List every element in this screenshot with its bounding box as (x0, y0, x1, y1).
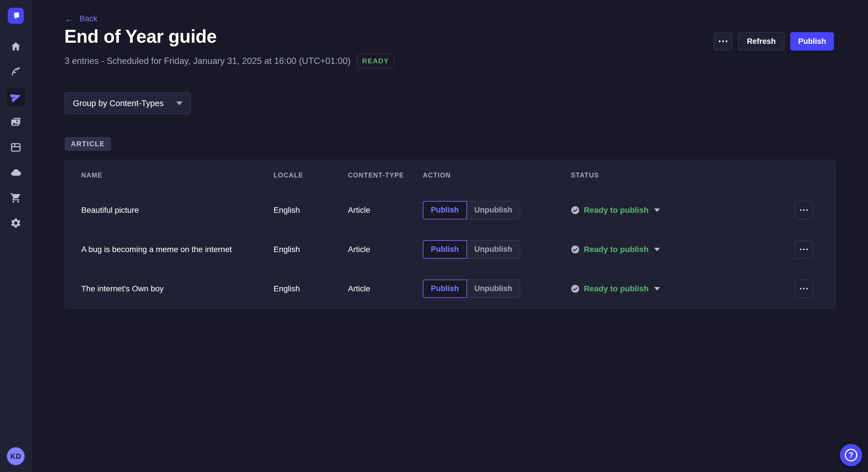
cart-icon (10, 192, 22, 204)
home-icon (10, 41, 22, 52)
paper-plane-icon (10, 91, 22, 103)
sidebar-divider (0, 440, 32, 440)
table-row: Beautiful picture English Article Publis… (65, 191, 836, 230)
sidebar-item-content-manager[interactable] (0, 59, 32, 84)
status-label: Ready to publish (584, 206, 649, 215)
ellipsis-icon (800, 288, 801, 289)
entry-content-type: Article (348, 206, 423, 215)
table-header-row: NAME LOCALE CONTENT-TYPE ACTION STATUS (65, 160, 836, 191)
sidebar: KD (0, 0, 32, 472)
back-link[interactable]: ← Back (65, 14, 97, 24)
feather-icon (10, 66, 22, 77)
cloud-icon (10, 167, 22, 178)
avatar[interactable]: KD (7, 447, 25, 465)
help-button[interactable]: ? (840, 444, 862, 466)
entry-status-dropdown[interactable]: Ready to publish (571, 245, 795, 254)
release-subtitle: 3 entries - Scheduled for Friday, Januar… (65, 56, 350, 66)
sidebar-nav (0, 34, 32, 236)
header-actions: Refresh Publish (714, 32, 834, 50)
main-content: ← Back End of Year guide 3 entries - Sch… (32, 0, 868, 472)
sidebar-item-releases[interactable] (0, 84, 32, 109)
status-label: Ready to publish (584, 245, 649, 254)
sidebar-item-home[interactable] (0, 34, 32, 59)
group-by-select[interactable]: Group by Content-Types (65, 92, 191, 114)
action-toggle: Publish Unpublish (423, 279, 520, 298)
page-title: End of Year guide (64, 26, 217, 47)
entry-status-dropdown[interactable]: Ready to publish (571, 284, 795, 293)
action-toggle: Publish Unpublish (423, 240, 520, 259)
entry-locale: English (274, 206, 348, 215)
status-badge: READY (357, 54, 394, 68)
chevron-down-icon (654, 248, 660, 251)
entry-status-dropdown[interactable]: Ready to publish (571, 206, 795, 215)
column-header-name: NAME (81, 171, 274, 179)
column-header-status: STATUS (571, 171, 795, 179)
refresh-button[interactable]: Refresh (738, 32, 785, 50)
sidebar-active-indicator (7, 88, 25, 106)
more-options-button[interactable] (714, 32, 732, 50)
publish-toggle-button[interactable]: Publish (423, 240, 467, 259)
row-more-button[interactable] (795, 201, 813, 220)
group-by-value: Group by Content-Types (73, 99, 164, 108)
arrow-left-icon: ← (65, 14, 74, 24)
strapi-logo-icon (11, 11, 21, 21)
chevron-down-icon (176, 102, 183, 105)
row-more-button[interactable] (795, 279, 813, 298)
chevron-down-icon (654, 287, 660, 291)
table-row: A bug is becoming a meme on the internet… (65, 230, 836, 269)
column-header-action: ACTION (423, 171, 571, 179)
entry-locale: English (274, 245, 348, 254)
table-row: The internet's Own boy English Article P… (65, 269, 836, 308)
publish-button[interactable]: Publish (790, 32, 834, 50)
column-header-locale: LOCALE (274, 171, 348, 179)
entry-name: Beautiful picture (81, 206, 274, 215)
row-more-button[interactable] (795, 240, 813, 259)
pictures-icon (10, 116, 22, 128)
unpublish-toggle-button[interactable]: Unpublish (467, 279, 520, 298)
chevron-down-icon (654, 208, 660, 212)
sidebar-item-cloud[interactable] (0, 160, 32, 185)
unpublish-toggle-button[interactable]: Unpublish (467, 201, 520, 220)
column-header-content-type: CONTENT-TYPE (348, 171, 423, 179)
ellipsis-icon (719, 40, 720, 42)
strapi-logo[interactable] (8, 8, 24, 24)
entry-locale: English (274, 284, 348, 293)
publish-toggle-button[interactable]: Publish (423, 201, 467, 220)
question-mark-icon: ? (845, 449, 857, 461)
content-type-group-badge: ARTICLE (65, 137, 111, 151)
entry-name: A bug is becoming a meme on the internet (81, 245, 274, 254)
subtitle-row: 3 entries - Scheduled for Friday, Januar… (65, 54, 394, 68)
check-circle-icon (571, 206, 580, 214)
status-label: Ready to publish (584, 284, 649, 293)
entry-content-type: Article (348, 284, 423, 293)
sidebar-item-marketplace[interactable] (0, 185, 32, 210)
gear-icon (10, 217, 22, 229)
sidebar-divider (0, 32, 32, 32)
publish-toggle-button[interactable]: Publish (423, 279, 467, 298)
sidebar-item-content-type-builder[interactable] (0, 135, 32, 160)
layout-icon (10, 142, 22, 153)
entry-content-type: Article (348, 245, 423, 254)
check-circle-icon (571, 284, 580, 293)
unpublish-toggle-button[interactable]: Unpublish (467, 240, 520, 259)
sidebar-item-media-library[interactable] (0, 109, 32, 135)
ellipsis-icon (800, 209, 801, 211)
back-label: Back (80, 14, 97, 23)
sidebar-item-settings[interactable] (0, 210, 32, 236)
entry-name: The internet's Own boy (81, 284, 274, 293)
ellipsis-icon (800, 248, 801, 250)
check-circle-icon (571, 245, 580, 254)
app-window: KD ← Back End of Year guide 3 entries - … (0, 0, 868, 472)
action-toggle: Publish Unpublish (423, 201, 520, 220)
entries-table: NAME LOCALE CONTENT-TYPE ACTION STATUS B… (65, 160, 836, 309)
